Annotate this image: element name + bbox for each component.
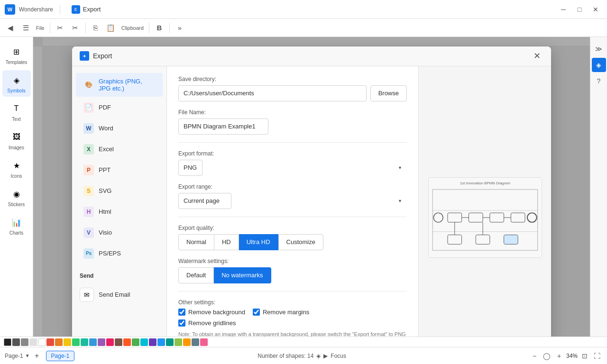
- sidebar-item-symbols[interactable]: ◈ Symbols: [2, 70, 31, 97]
- color-swatch-deeppur[interactable]: [149, 338, 156, 346]
- color-swatch-gray[interactable]: [21, 338, 28, 346]
- fullscreen-button[interactable]: ⛶: [592, 351, 602, 361]
- dialog-close-button[interactable]: ✕: [530, 49, 543, 63]
- minimize-button[interactable]: ─: [557, 4, 570, 15]
- copy-button[interactable]: ⎘: [89, 21, 102, 35]
- export-dialog: ✦ Export ✕ 🎨 Graphics (PNG, JPG etc.): [72, 46, 551, 337]
- color-swatch-teal[interactable]: [81, 338, 88, 346]
- send-email-icon: ✉: [80, 288, 94, 302]
- nav-item-html[interactable]: H Html: [76, 202, 163, 222]
- nav-item-ppt[interactable]: P PPT: [76, 160, 163, 180]
- color-swatch-white[interactable]: [38, 338, 46, 346]
- bold-button[interactable]: B: [153, 21, 166, 35]
- nav-item-graphics[interactable]: 🎨 Graphics (PNG, JPG etc.): [76, 73, 163, 97]
- focus-label: Focus: [331, 353, 346, 359]
- charts-label: Charts: [9, 230, 23, 236]
- sidebar-item-images[interactable]: 🖼 Images: [2, 127, 31, 154]
- add-page-button[interactable]: +: [32, 351, 42, 361]
- zoom-reset-button[interactable]: ◯: [542, 351, 552, 361]
- remove-gridlines-checkbox[interactable]: Remove gridlines: [178, 319, 236, 327]
- export-format-select[interactable]: PNG JPG BMP TIFF SVG: [178, 160, 202, 176]
- templates-icon: ⊞: [10, 45, 23, 58]
- nav-send-email[interactable]: ✉ Send Email: [72, 283, 166, 307]
- zoom-out-button[interactable]: −: [529, 351, 540, 361]
- sidebar-item-text[interactable]: T Text: [2, 99, 31, 125]
- quality-normal-button[interactable]: Normal: [178, 234, 214, 250]
- export-range-select[interactable]: Current page All pages Selected pages: [178, 193, 231, 209]
- nav-item-svg[interactable]: S SVG: [76, 181, 163, 201]
- dialog-title: Export: [83, 6, 101, 13]
- right-panel-expand[interactable]: ≫: [592, 42, 606, 56]
- file-name-row: File Name:: [178, 109, 407, 135]
- browse-button[interactable]: Browse: [370, 85, 407, 101]
- sidebar-item-templates[interactable]: ⊞ Templates: [2, 42, 31, 68]
- nav-item-pseps[interactable]: Ps PS/EPS: [76, 244, 163, 264]
- paste-button[interactable]: 📋: [104, 21, 118, 35]
- remove-gridlines-input[interactable]: [178, 319, 185, 327]
- quality-customize-button[interactable]: Customize: [278, 234, 323, 250]
- watermark-row: Watermark settings: Default No watermark…: [178, 258, 407, 283]
- color-swatch-lightgreen[interactable]: [175, 338, 182, 346]
- excel-label: Excel: [99, 146, 114, 153]
- remove-background-checkbox[interactable]: Remove background: [178, 309, 245, 316]
- color-swatch-pink[interactable]: [106, 338, 114, 346]
- page-label: Page-1: [5, 353, 23, 359]
- watermark-none-button[interactable]: No watermarks: [214, 267, 271, 283]
- color-swatch-yellow[interactable]: [64, 338, 71, 346]
- color-swatch-blue[interactable]: [89, 338, 97, 346]
- color-swatch-brown[interactable]: [115, 338, 122, 346]
- fit-button[interactable]: ⊡: [579, 351, 590, 361]
- quality-ultrahd-button[interactable]: Ultra HD: [239, 234, 278, 250]
- color-swatch-purple[interactable]: [98, 338, 105, 346]
- right-panel-help[interactable]: ?: [592, 74, 606, 88]
- export-quality-label: Export quality:: [178, 225, 407, 231]
- right-panel-active-btn[interactable]: ◈: [592, 58, 606, 72]
- color-swatch-lightblue[interactable]: [157, 338, 165, 346]
- color-swatch-dark[interactable]: [12, 338, 20, 346]
- nav-item-word[interactable]: W Word: [76, 118, 163, 138]
- color-swatch-orange[interactable]: [55, 338, 63, 346]
- note-text: Note: To obtain an image with a transpar…: [178, 330, 407, 337]
- color-swatch-amber[interactable]: [183, 338, 191, 346]
- color-swatch-red[interactable]: [46, 338, 54, 346]
- graphics-label: Graphics (PNG, JPG etc.): [99, 78, 155, 92]
- zoom-in-button[interactable]: +: [554, 351, 564, 361]
- maximize-button[interactable]: □: [573, 4, 586, 15]
- color-swatch-lightgray[interactable]: [29, 338, 37, 346]
- color-swatch-medgreen[interactable]: [132, 338, 139, 346]
- shapes-icon: ◈: [316, 353, 321, 359]
- remove-margins-input[interactable]: [253, 309, 260, 316]
- quality-hd-button[interactable]: HD: [214, 234, 239, 250]
- color-swatch-bluegray[interactable]: [192, 338, 199, 346]
- export-format-row: Export format: PNG JPG BMP TIFF SVG: [178, 150, 407, 176]
- other-settings-label: Other settings:: [178, 299, 407, 306]
- nav-item-excel[interactable]: X Excel: [76, 139, 163, 159]
- page-tab-1[interactable]: Page-1: [46, 351, 75, 361]
- sidebar-item-charts[interactable]: 📊 Charts: [2, 212, 31, 239]
- color-swatch-black[interactable]: [4, 338, 11, 346]
- nav-item-visio[interactable]: V Visio: [76, 223, 163, 243]
- color-swatch-cyan[interactable]: [140, 338, 148, 346]
- watermark-default-button[interactable]: Default: [178, 267, 214, 283]
- cut-button[interactable]: ✂: [54, 21, 67, 35]
- close-button[interactable]: ✕: [589, 4, 602, 15]
- color-swatch-green[interactable]: [72, 338, 80, 346]
- color-swatch-lightpink[interactable]: [200, 338, 208, 346]
- scissors-button[interactable]: ✂: [69, 21, 82, 35]
- nav-item-pdf[interactable]: 📄 PDF: [76, 98, 163, 118]
- menu-button[interactable]: ☰: [19, 21, 32, 35]
- sidebar-item-icons[interactable]: ★ Icons: [2, 155, 31, 182]
- file-name-input[interactable]: [178, 118, 268, 135]
- color-swatch-tealdarker[interactable]: [166, 338, 174, 346]
- remove-background-input[interactable]: [178, 309, 185, 316]
- expand-button[interactable]: »: [173, 21, 186, 35]
- sidebar-item-stickers[interactable]: ◉ Stickers: [2, 184, 31, 210]
- page-nav-icon: ▼: [25, 353, 30, 358]
- icons-icon: ★: [10, 159, 23, 172]
- save-directory-input[interactable]: [178, 85, 367, 101]
- html-label: Html: [99, 208, 111, 215]
- remove-margins-checkbox[interactable]: Remove margins: [253, 309, 309, 316]
- back-button[interactable]: ◀: [4, 21, 17, 35]
- zoom-level: 34%: [566, 353, 578, 359]
- color-swatch-deeporange[interactable]: [123, 338, 131, 346]
